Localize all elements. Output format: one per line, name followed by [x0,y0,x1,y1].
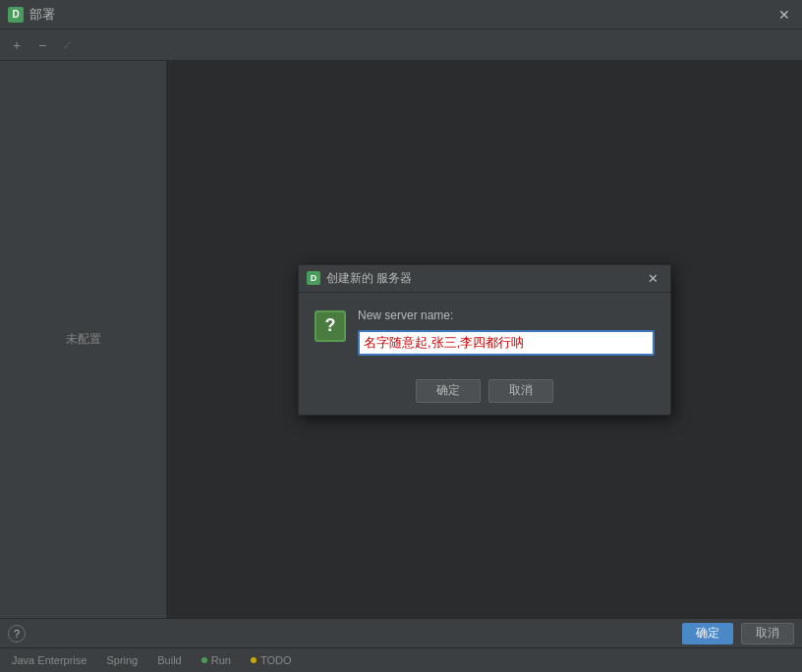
dialog-ok-button[interactable]: 确定 [416,379,481,403]
title-bar-text: 部署 [29,6,774,24]
tab-run-label: Run [211,654,231,666]
question-mark: ? [325,315,336,336]
confirm-button: ✓ [57,34,79,56]
dialog-close-button[interactable]: ✕ [644,269,662,288]
bottom-bar-right: 确定 取消 [682,623,794,644]
tab-spring-label: Spring [106,654,138,666]
app-icon: D [8,7,24,23]
sidebar: 未配置 [0,61,167,618]
help-icon[interactable]: ? [8,625,26,643]
dialog-body: ? New server name: [299,293,670,371]
tab-spring[interactable]: Spring [98,650,145,670]
run-dot [201,657,207,663]
tab-todo-label: TODO [260,654,292,666]
tab-build[interactable]: Build [149,650,189,670]
sidebar-content: 未配置 [0,61,166,618]
main-window: D 部署 ✕ + − ✓ 未配置 D [0,0,802,672]
title-bar: D 部署 ✕ [0,0,802,29]
bottom-bar-left: ? [8,625,682,643]
remove-button[interactable]: − [31,34,53,56]
unconfigured-label: 未配置 [66,331,101,348]
tab-todo[interactable]: TODO [243,650,300,670]
status-tabs: Java Enterprise Spring Build Run TODO [0,647,802,672]
dialog-overlay: D 创建新的 服务器 ✕ ? New server name: [167,61,802,618]
todo-dot [251,657,257,663]
bottom-bar: ? 确定 取消 [0,618,802,647]
ok-button[interactable]: 确定 [682,623,733,644]
tab-java-enterprise-label: Java Enterprise [12,654,86,666]
toolbar: + − ✓ [0,29,802,61]
main-panel: D 创建新的 服务器 ✕ ? New server name: [167,61,802,618]
dialog-footer: 确定 取消 [299,371,670,415]
cancel-button[interactable]: 取消 [741,623,794,644]
server-name-input[interactable] [358,330,655,356]
dialog-icon-label: D [311,273,317,283]
app-icon-label: D [12,9,19,20]
dialog-title: 创建新的 服务器 [326,270,644,287]
new-server-label: New server name: [358,308,655,322]
dialog-icon: D [307,271,320,285]
tab-build-label: Build [157,654,181,666]
title-bar-close-button[interactable]: ✕ [774,5,794,25]
dialog: D 创建新的 服务器 ✕ ? New server name: [298,264,671,416]
dialog-cancel-button[interactable]: 取消 [488,379,553,403]
dialog-titlebar: D 创建新的 服务器 ✕ [299,265,670,293]
tab-java-enterprise[interactable]: Java Enterprise [4,650,94,670]
content-area: 未配置 D 创建新的 服务器 ✕ [0,61,802,618]
tab-run[interactable]: Run [194,650,239,670]
add-button[interactable]: + [6,34,28,56]
dialog-form: New server name: [358,308,655,356]
question-icon: ? [315,310,346,342]
